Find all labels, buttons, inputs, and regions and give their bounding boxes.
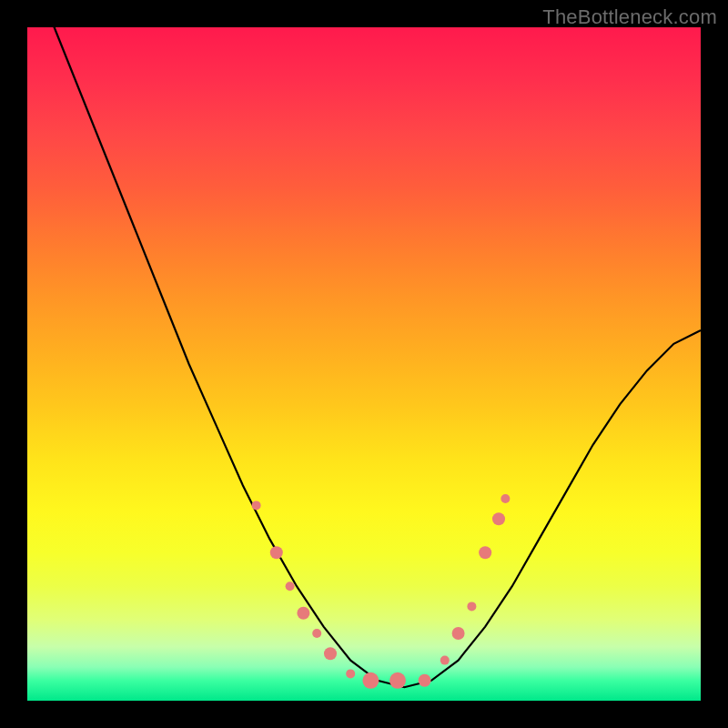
- data-point-p5: [312, 629, 321, 638]
- data-point-p11: [440, 656, 450, 665]
- data-point-p1: [252, 500, 261, 510]
- data-point-p10: [419, 674, 431, 687]
- watermark-text: TheBottleneck.com: [542, 5, 717, 29]
- data-point-p8: [362, 672, 379, 689]
- data-point-p4: [297, 607, 309, 620]
- data-point-p16: [500, 494, 510, 503]
- data-point-p12: [452, 627, 465, 640]
- chart-frame: TheBottleneck.com: [0, 0, 728, 728]
- data-point-p13: [467, 602, 476, 611]
- data-point-p9: [389, 672, 406, 689]
- data-point-p15: [492, 512, 505, 525]
- chart-plot-area: [27, 27, 701, 701]
- data-point-p7: [346, 669, 355, 678]
- data-point-p2: [270, 546, 283, 559]
- data-point-p14: [479, 546, 491, 559]
- data-point-p3: [286, 581, 295, 591]
- data-points: [252, 494, 511, 689]
- chart-svg: [27, 27, 701, 701]
- data-point-p6: [324, 647, 337, 660]
- bottleneck-curve: [27, 0, 701, 687]
